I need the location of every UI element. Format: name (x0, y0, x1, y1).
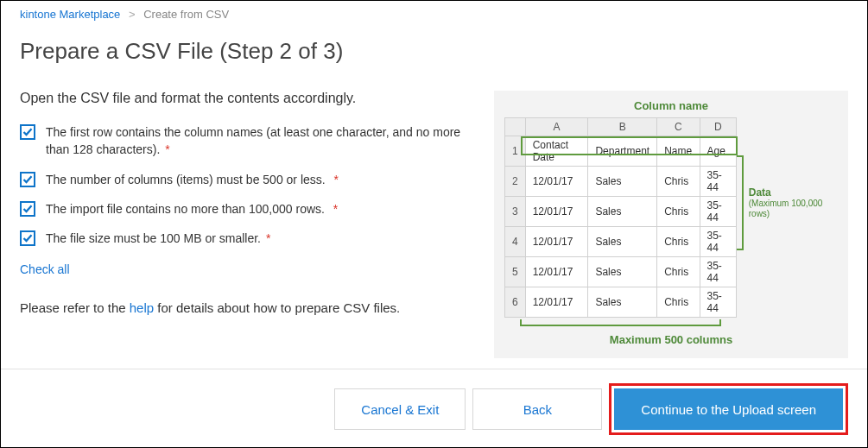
table-row: 3 12/01/17 Sales Chris 35-44 (505, 197, 737, 227)
data-bracket (737, 155, 744, 250)
data-cell: 12/01/17 (525, 167, 588, 197)
checklist-label: The import file contains no more than 10… (46, 202, 325, 216)
breadcrumb: kintone Marketplace > Create from CSV (20, 8, 848, 21)
continue-button[interactable]: Continue to the Upload screen (614, 388, 843, 430)
csv-illustration: Column name A B C D 1 Contact Date (494, 91, 848, 358)
header-cell: Age (700, 136, 737, 167)
required-marker: * (263, 231, 270, 245)
checkbox[interactable] (20, 172, 35, 187)
help-link[interactable]: help (130, 300, 154, 315)
required-marker: * (162, 142, 169, 156)
sheet-corner (505, 118, 526, 136)
col-header: D (700, 118, 737, 136)
data-cell: 35-44 (700, 197, 737, 227)
breadcrumb-parent[interactable]: kintone Marketplace (20, 8, 120, 21)
data-cell: 12/01/17 (525, 257, 588, 287)
instruction-text: Open the CSV file and format the content… (20, 91, 473, 106)
data-cell: Chris (657, 197, 700, 227)
table-row: 6 12/01/17 Sales Chris 35-44 (505, 287, 737, 318)
data-cell: Chris (657, 257, 700, 287)
max-columns-label: Maximum 500 columns (504, 333, 838, 346)
data-cell: Chris (657, 227, 700, 257)
checklist-label: The first row contains the column names … (46, 125, 460, 156)
checkbox[interactable] (20, 230, 35, 246)
required-marker: * (326, 202, 338, 216)
table-row: 2 12/01/17 Sales Chris 35-44 (505, 167, 737, 197)
row-number: 1 (505, 136, 526, 167)
data-cell: 12/01/17 (525, 287, 588, 318)
column-name-label: Column name (504, 99, 838, 112)
data-label: Data (Maximum 100,000 rows) (749, 186, 838, 219)
data-cell: 35-44 (700, 227, 737, 257)
data-cell: 35-44 (700, 287, 737, 318)
checklist-label: The file size must be 100 MB or smaller. (46, 231, 261, 245)
col-header: A (525, 118, 588, 136)
data-cell: 35-44 (700, 257, 737, 287)
data-cell: Sales (588, 227, 657, 257)
checklist-item: The number of columns (items) must be 50… (20, 171, 473, 188)
header-cell: Name (657, 136, 700, 167)
checklist-item: The file size must be 100 MB or smaller.… (20, 230, 473, 247)
columns-bracket (520, 319, 721, 326)
page-container: kintone Marketplace > Create from CSV Pr… (0, 0, 868, 448)
checklist-item: The first row contains the column names … (20, 123, 473, 159)
check-icon (22, 174, 33, 185)
table-row: 4 12/01/17 Sales Chris 35-44 (505, 227, 737, 257)
data-label-title: Data (749, 186, 771, 199)
requirements-checklist: The first row contains the column names … (20, 123, 473, 247)
checkbox[interactable] (20, 124, 35, 140)
row-number: 5 (505, 257, 526, 287)
data-cell: 12/01/17 (525, 227, 588, 257)
check-icon (22, 233, 33, 243)
data-cell: 12/01/17 (525, 197, 588, 227)
data-cell: Chris (657, 167, 700, 197)
data-cell: Sales (588, 257, 657, 287)
help-text-prefix: Please refer to the (20, 300, 130, 315)
required-marker: * (327, 173, 339, 186)
back-button[interactable]: Back (472, 388, 602, 430)
checklist-label: The number of columns (items) must be 50… (46, 173, 326, 186)
row-number: 6 (505, 287, 526, 318)
header-cell: Department (588, 136, 657, 167)
continue-highlight: Continue to the Upload screen (609, 383, 848, 435)
cancel-button[interactable]: Cancel & Exit (334, 388, 466, 430)
col-header: C (657, 118, 700, 136)
breadcrumb-current: Create from CSV (143, 8, 229, 21)
table-row: 5 12/01/17 Sales Chris 35-44 (505, 257, 737, 287)
data-cell: Sales (588, 287, 657, 318)
data-cell: Sales (588, 167, 657, 197)
data-cell: Sales (588, 197, 657, 227)
breadcrumb-separator: > (129, 8, 136, 21)
help-text: Please refer to the help for details abo… (20, 300, 473, 315)
row-number: 4 (505, 227, 526, 257)
checklist-item: The import file contains no more than 10… (20, 200, 473, 218)
check-icon (22, 204, 33, 214)
footer-actions: Cancel & Exit Back Continue to the Uploa… (1, 369, 867, 435)
check-all-link[interactable]: Check all (20, 262, 473, 276)
page-title: Prepare a CSV File (Step 2 of 3) (20, 38, 848, 65)
row-number: 3 (505, 197, 526, 227)
col-header: B (588, 118, 657, 136)
data-label-sub: (Maximum 100,000 rows) (749, 199, 838, 219)
help-text-suffix: for details about how to prepare CSV fil… (154, 300, 400, 315)
checkbox[interactable] (20, 201, 35, 217)
sample-spreadsheet: A B C D 1 Contact Date Department Name A… (504, 117, 737, 318)
data-cell: Chris (657, 287, 700, 318)
data-cell: 35-44 (700, 167, 737, 197)
table-header-row: 1 Contact Date Department Name Age (505, 136, 737, 167)
header-cell: Contact Date (525, 136, 588, 167)
row-number: 2 (505, 167, 526, 197)
check-icon (22, 127, 33, 137)
